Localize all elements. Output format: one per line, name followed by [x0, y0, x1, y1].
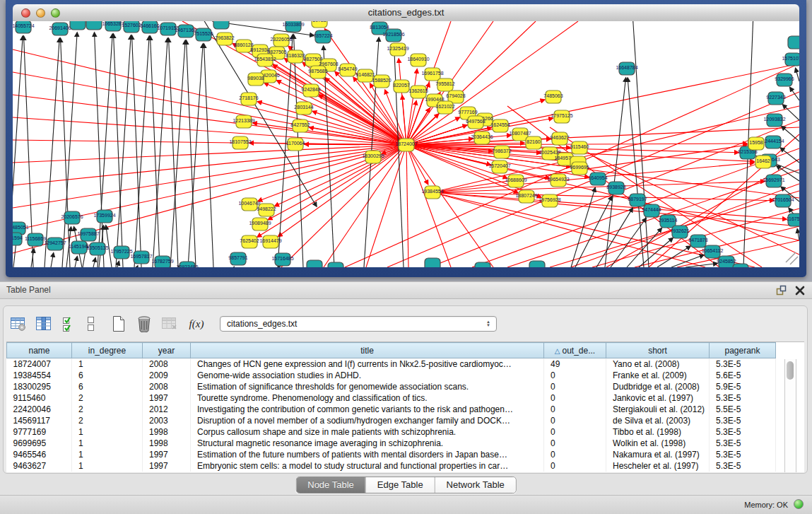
- graph-node[interactable]: 7932621: [670, 226, 689, 238]
- graph-node[interactable]: 16782759: [151, 256, 173, 267]
- citation-edge-red[interactable]: [406, 145, 451, 267]
- citation-edge-red[interactable]: [402, 95, 406, 145]
- graph-node[interactable]: [70, 21, 86, 30]
- column-header-year[interactable]: year: [143, 343, 191, 358]
- table-row[interactable]: 1830029562008Estimation of significance …: [7, 381, 776, 392]
- graph-node[interactable]: 12093832: [763, 114, 785, 127]
- table-row[interactable]: 1872400712008Changes of HCN gene express…: [7, 358, 776, 370]
- graph-node[interactable]: 9242848: [301, 84, 320, 97]
- graph-node[interactable]: 9463627: [550, 132, 569, 145]
- graph-node[interactable]: 7955812: [435, 78, 454, 91]
- graph-node[interactable]: 9474444: [642, 204, 661, 217]
- citation-edge-black[interactable]: [782, 126, 799, 141]
- graph-node[interactable]: 8186328: [286, 50, 305, 63]
- graph-node[interactable]: 7963822: [215, 33, 234, 45]
- network-canvas[interactable]: 1405572420691406106532871527602646616010…: [13, 21, 799, 267]
- table-scrollbar-thumb[interactable]: [787, 361, 794, 380]
- graph-node[interactable]: 82160: [526, 136, 541, 149]
- citation-edge-black[interactable]: [627, 228, 661, 267]
- graph-node[interactable]: 7857224: [313, 30, 332, 43]
- column-header-short[interactable]: short: [606, 343, 710, 358]
- citation-edge-red[interactable]: [433, 192, 799, 226]
- citation-edge-red[interactable]: [13, 145, 406, 253]
- table-row[interactable]: 2242004622012Investigating the contribut…: [7, 404, 776, 415]
- graph-node[interactable]: 1167533: [787, 214, 799, 226]
- column-header-pagerank[interactable]: pagerank: [710, 343, 776, 358]
- table-row[interactable]: 977716911998Corpus callosum shape and si…: [7, 426, 776, 438]
- graph-node[interactable]: [529, 261, 545, 267]
- graph-node[interactable]: 18300295: [362, 151, 384, 163]
- citation-edge-black[interactable]: [169, 38, 178, 267]
- graph-node[interactable]: 989038: [247, 73, 264, 86]
- graph-node[interactable]: 6879197: [628, 194, 647, 206]
- graph-node[interactable]: 23226058: [270, 34, 292, 47]
- citation-edge-red[interactable]: [433, 145, 747, 192]
- table-scrollbar[interactable]: [784, 359, 796, 472]
- graph-node[interactable]: 20691406: [49, 23, 71, 35]
- graph-node[interactable]: 20364436: [471, 132, 493, 144]
- graph-node[interactable]: 13505135: [86, 243, 108, 255]
- citation-edge-black[interactable]: [797, 229, 799, 240]
- tab-network-table[interactable]: Network Table: [435, 477, 516, 493]
- graph-node[interactable]: 9227343: [766, 92, 785, 105]
- graph-node[interactable]: 19654923: [547, 174, 569, 187]
- table-row[interactable]: 946554611997Estimation of the future num…: [7, 449, 776, 460]
- graph-node[interactable]: 10688609: [505, 175, 526, 187]
- citation-edge-black[interactable]: [45, 38, 59, 267]
- citation-edge-red[interactable]: [433, 192, 705, 267]
- table-row[interactable]: 911546021997Tourette syndrome. Phenomeno…: [7, 392, 776, 404]
- graph-node[interactable]: [307, 260, 322, 267]
- graph-node[interactable]: 15692971: [763, 175, 784, 187]
- citation-edge-black[interactable]: [571, 187, 595, 267]
- citation-edge-black[interactable]: [187, 40, 196, 267]
- graph-node[interactable]: [733, 264, 748, 267]
- graph-node[interactable]: 19218506: [382, 29, 404, 42]
- table-row[interactable]: 1938455462009Genome-wide association stu…: [7, 370, 776, 381]
- new-table-icon[interactable]: [110, 315, 128, 333]
- graph-node[interactable]: 7625402: [240, 235, 259, 248]
- graph-node[interactable]: [86, 21, 102, 30]
- tab-node-table[interactable]: Node Table: [296, 477, 365, 493]
- graph-node[interactable]: 8938928: [606, 182, 625, 194]
- graph-node[interactable]: 16462: [755, 156, 771, 168]
- column-header-out_de[interactable]: △out_de...: [544, 343, 606, 358]
- function-builder-icon[interactable]: f(x): [186, 315, 207, 333]
- graph-node[interactable]: 14055724: [13, 21, 35, 33]
- graph-node[interactable]: 7515526: [194, 28, 213, 41]
- graph-node[interactable]: 391594: [13, 233, 23, 245]
- graph-node[interactable]: 18724007: [395, 139, 417, 151]
- graph-node[interactable]: 12923485: [176, 262, 198, 267]
- citation-edge-red[interactable]: [406, 145, 408, 267]
- graph-node[interactable]: 15716485: [271, 253, 293, 266]
- graph-node[interactable]: 8454749: [338, 64, 357, 76]
- graph-node[interactable]: 9857791: [228, 252, 247, 265]
- graph-node[interactable]: 18640910: [407, 54, 429, 66]
- graph-node[interactable]: [213, 21, 229, 29]
- citation-edge-black[interactable]: [75, 257, 77, 267]
- citation-edge-black[interactable]: [61, 38, 70, 267]
- citation-edge-black[interactable]: [51, 253, 54, 267]
- citation-edge-black[interactable]: [780, 148, 799, 163]
- table-row[interactable]: 1456911722003Disruption of a novel membe…: [7, 415, 776, 426]
- graph-node[interactable]: [425, 258, 440, 267]
- column-header-in_degree[interactable]: in_degree: [72, 343, 143, 358]
- citation-edge-black[interactable]: [137, 266, 138, 267]
- graph-node[interactable]: 9115460: [570, 141, 589, 154]
- graph-node[interactable]: 19384554: [421, 186, 443, 199]
- graph-node[interactable]: 8471878: [688, 235, 707, 247]
- graph-node[interactable]: 9699695: [570, 162, 589, 175]
- graph-node[interactable]: 2718176: [239, 93, 258, 105]
- graph-node[interactable]: 17957225: [110, 246, 132, 259]
- graph-node[interactable]: 19975887: [77, 228, 99, 241]
- graph-node[interactable]: 19089489: [249, 218, 271, 230]
- select-all-icon[interactable]: [60, 315, 78, 333]
- graph-node[interactable]: 2803144: [294, 102, 313, 115]
- graph-node[interactable]: 15751074: [782, 53, 799, 66]
- graph-node[interactable]: 16543812: [254, 54, 276, 66]
- graph-node[interactable]: 16648784: [616, 62, 637, 75]
- graph-node[interactable]: 16033809: [282, 21, 304, 32]
- graph-node[interactable]: 15958: [748, 137, 764, 150]
- graph-node[interactable]: 17359924: [93, 210, 115, 223]
- graph-node[interactable]: 18807249: [515, 190, 537, 203]
- deselect-all-icon[interactable]: [86, 315, 97, 333]
